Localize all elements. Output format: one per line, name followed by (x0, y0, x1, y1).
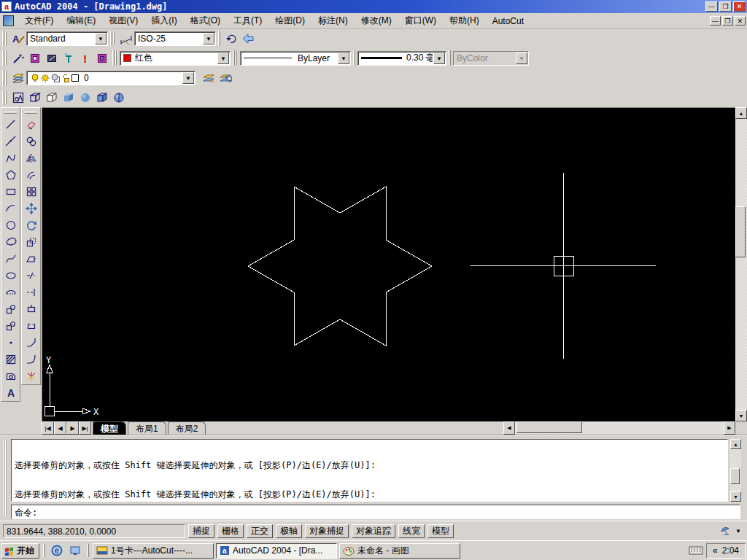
desktop-icon[interactable] (67, 543, 83, 559)
taskbar-grip[interactable] (43, 544, 45, 557)
scroll-left-icon[interactable]: ◀ (503, 421, 515, 435)
command-input[interactable]: 命令: (11, 505, 740, 519)
construction-line-icon[interactable] (2, 133, 19, 149)
scroll-down-icon[interactable]: ▼ (735, 410, 747, 421)
menu-file[interactable]: 文件(F) (18, 12, 60, 29)
polyline-icon[interactable] (2, 149, 19, 166)
command-window-grip[interactable] (3, 440, 7, 516)
tab-layout1[interactable]: 布局1 (128, 421, 166, 435)
layer-state-2-icon[interactable] (93, 50, 110, 66)
tab-layout2[interactable]: 布局2 (168, 421, 206, 435)
mirror-icon[interactable] (23, 149, 39, 166)
menu-tools[interactable]: 工具(T) (227, 12, 268, 29)
status-model-button[interactable]: 模型 (427, 524, 454, 538)
pole-icon[interactable] (60, 50, 77, 66)
toolbar-grip[interactable] (112, 50, 115, 66)
color-combo[interactable]: 红色 ▼ (120, 51, 231, 66)
communication-center-icon[interactable] (718, 524, 732, 538)
coordinate-readout[interactable]: 831.9644, 388.2010, 0.0000 (3, 524, 185, 538)
line-icon[interactable] (2, 116, 19, 133)
toolbar-grip[interactable] (2, 50, 4, 66)
dim-style-icon[interactable] (117, 31, 134, 47)
multiline-text-icon[interactable]: A (2, 384, 19, 401)
scroll-up-icon[interactable]: ▲ (735, 107, 747, 119)
minimize-button[interactable]: — (705, 1, 718, 12)
text-style-combo[interactable]: Standard ▼ (26, 31, 108, 46)
offset-icon[interactable] (23, 166, 39, 183)
dim-style-combo[interactable]: ISO-25 ▼ (134, 31, 216, 46)
point-icon[interactable] (2, 334, 19, 351)
status-polar-button[interactable]: 极轴 (276, 524, 302, 538)
layer-previous-icon[interactable] (217, 70, 233, 86)
menu-modify[interactable]: 修改(M) (355, 12, 398, 29)
extend-icon[interactable] (23, 284, 39, 300)
menu-dimension[interactable]: 标注(N) (311, 12, 355, 29)
menu-window[interactable]: 窗口(W) (398, 12, 443, 29)
ie-icon[interactable]: e (49, 543, 65, 559)
tab-prev-button[interactable]: ◀ (54, 421, 66, 435)
tab-next-button[interactable]: ▶ (66, 421, 79, 435)
scroll-thumb[interactable] (730, 468, 740, 484)
circle-icon[interactable] (2, 217, 19, 233)
chevron-down-icon[interactable]: ▼ (203, 33, 214, 44)
chamfer-icon[interactable] (23, 334, 39, 351)
flat-shaded-edges-icon[interactable] (93, 90, 110, 106)
layer-state-icon[interactable] (26, 50, 43, 66)
wand-icon[interactable] (9, 50, 26, 66)
arc-icon[interactable] (2, 200, 19, 217)
start-button[interactable]: 开始 (1, 543, 39, 559)
status-snap-button[interactable]: 捕捉 (188, 524, 214, 538)
tray-chevron[interactable]: « (713, 545, 718, 556)
toolbar-grip[interactable] (25, 112, 37, 114)
menu-help[interactable]: 帮助(H) (443, 12, 486, 29)
layers-icon[interactable] (9, 70, 26, 86)
menu-insert[interactable]: 插入(I) (144, 12, 183, 29)
break-icon[interactable] (23, 317, 39, 334)
erase-icon[interactable] (23, 116, 39, 133)
insert-block-icon[interactable] (2, 300, 19, 317)
polygon-icon[interactable] (2, 166, 19, 183)
doc-close-button[interactable]: ✕ (735, 16, 746, 26)
toolbar-grip[interactable] (2, 31, 4, 47)
ellipse-arc-icon[interactable] (2, 284, 19, 300)
stretch-icon[interactable] (23, 250, 39, 267)
scroll-down-icon[interactable]: ▼ (730, 491, 741, 502)
status-ortho-button[interactable]: 正交 (247, 524, 273, 538)
freeze-sun-icon[interactable] (40, 73, 50, 83)
tab-first-button[interactable]: |◀ (42, 421, 54, 435)
title-bar[interactable]: a AutoCAD 2004 - [Drawing1.dwg] — ❐ ✕ (0, 0, 747, 13)
menu-edit[interactable]: 编辑(E) (60, 12, 102, 29)
chevron-down-icon[interactable]: ▼ (338, 52, 349, 64)
chevron-down-icon[interactable]: ▼ (433, 52, 445, 64)
gouraud-shaded-edges-icon[interactable] (110, 90, 127, 106)
horizontal-scrollbar[interactable]: ◀ ▶ (503, 421, 735, 435)
menu-autocut[interactable]: AutoCut (486, 14, 530, 28)
move-icon[interactable] (23, 200, 39, 217)
toolbar-grip[interactable] (2, 90, 4, 106)
array-icon[interactable] (23, 183, 39, 200)
break-at-point-icon[interactable] (23, 300, 39, 317)
make-object-layer-current-icon[interactable] (200, 70, 217, 86)
2d-wireframe-icon[interactable] (9, 90, 26, 106)
chevron-down-icon[interactable]: ▼ (182, 72, 194, 84)
exclamation-icon[interactable]: ! (77, 50, 93, 66)
scroll-up-icon[interactable]: ▲ (730, 439, 741, 449)
command-scrollbar[interactable]: ▲ ▼ (730, 439, 741, 502)
scale-icon[interactable] (23, 233, 39, 250)
close-button[interactable]: ✕ (733, 1, 746, 12)
region-icon[interactable] (2, 368, 19, 384)
status-grid-button[interactable]: 栅格 (217, 524, 244, 538)
ellipse-icon[interactable] (2, 267, 19, 284)
scroll-track[interactable] (735, 119, 747, 410)
scroll-right-icon[interactable]: ▶ (724, 421, 735, 435)
hatch-icon[interactable] (2, 351, 19, 368)
toolbar-grip[interactable] (4, 112, 17, 114)
toolbar-grip[interactable] (2, 70, 4, 86)
layer-combo[interactable]: 0 ▼ (26, 71, 196, 85)
toolbar-grip[interactable] (110, 31, 112, 47)
make-block-icon[interactable] (2, 317, 19, 334)
scroll-track[interactable] (515, 421, 724, 435)
flat-shaded-icon[interactable] (60, 90, 77, 106)
bulb-on-icon[interactable] (30, 73, 40, 83)
task-autocad[interactable]: a AutoCAD 2004 - [Dra... (216, 543, 337, 559)
